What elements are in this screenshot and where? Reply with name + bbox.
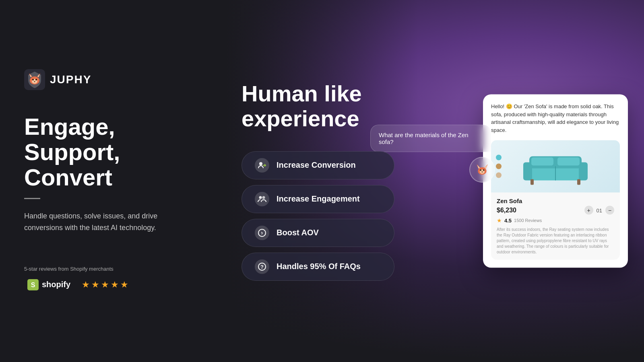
star-2: ★ [91,280,99,290]
faqs-label: Handles 95% Of FAQs [277,262,361,271]
faqs-icon: ? [255,259,269,274]
question-text: What are the materials of the Zen sofa? [379,132,469,145]
aov-icon [255,226,269,240]
left-column: JUPHY Engage, Support, Convert Handle qu… [0,0,209,362]
star-3: ★ [101,280,109,290]
headline-line1: Engage, [24,114,185,140]
engagement-icon [255,192,269,206]
svg-point-7 [32,79,34,80]
logo: JUPHY [24,69,185,90]
features-list: Increase Conversion Increase Engagement [242,151,620,281]
brand-name: JUPHY [50,73,91,86]
headline-line3: Convert [24,165,185,190]
star-1: ★ [82,280,90,290]
conversion-icon [255,158,269,173]
feature-conversion[interactable]: Increase Conversion [242,151,394,179]
chat-reply: Hello! 😊 Our 'Zen Sofa' is made from sol… [491,103,620,134]
feature-faqs[interactable]: ? Handles 95% Of FAQs [242,253,394,281]
engagement-label: Increase Engagement [277,194,360,204]
star-5: ★ [120,280,128,290]
svg-point-9 [34,81,35,82]
page: JUPHY Engage, Support, Convert Handle qu… [0,0,644,362]
svg-text:S: S [31,282,35,288]
headline: Engage, Support, Convert [24,114,185,190]
star-4: ★ [111,280,119,290]
svg-point-14 [259,196,262,199]
conversion-label: Increase Conversion [277,160,356,170]
headline-divider [24,198,40,199]
headline-line2: Support, [24,140,185,165]
svg-point-8 [35,79,37,80]
review-label: 5-star reviews from Shopify merchants [24,266,185,272]
svg-point-12 [259,162,262,165]
logo-icon [24,69,45,90]
right-column: Human like experience Increase Conversio… [209,0,644,362]
feature-engagement[interactable]: Increase Engagement [242,185,394,213]
shopify-badge: S shopify [24,277,76,293]
svg-point-15 [262,196,265,199]
feature-aov[interactable]: Boost AOV [242,219,394,247]
aov-label: Boost AOV [277,228,319,237]
svg-text:?: ? [260,264,264,270]
shopify-row: S shopify ★ ★ ★ ★ ★ [24,277,185,293]
question-bubble: What are the materials of the Zen sofa? [370,125,491,152]
review-section: 5-star reviews from Shopify merchants S … [24,266,185,293]
subtext: Handle questions, solve issues, and driv… [24,210,177,234]
shopify-label: shopify [42,280,70,289]
star-rating: ★ ★ ★ ★ ★ [82,280,128,290]
shopify-icon: S [27,279,39,290]
